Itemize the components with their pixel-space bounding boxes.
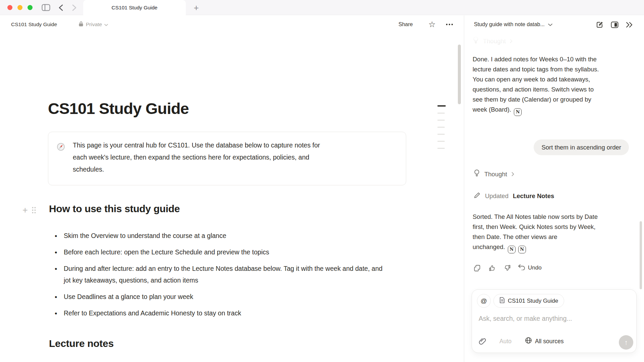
browser-tab[interactable]: CS101 Study Guide: [83, 0, 186, 15]
toggle-panel-icon[interactable]: [609, 20, 620, 29]
assistant-message: Done. I added notes for Weeks 0–10 with …: [473, 54, 599, 116]
table-of-contents-indicator[interactable]: [437, 105, 447, 155]
all-sources-label: All sources: [535, 338, 564, 345]
thought-toggle-faded[interactable]: Thought: [473, 36, 513, 46]
undo-button[interactable]: Undo: [518, 264, 542, 272]
close-window-button[interactable]: [7, 5, 12, 10]
thumbs-down-icon[interactable]: [503, 263, 512, 272]
bullet-list: Skim the Overview to understand the cour…: [48, 230, 387, 324]
zoom-window-button[interactable]: [28, 5, 33, 10]
section-heading-lecture-notes: Lecture notes: [49, 338, 114, 349]
main-scrollbar[interactable]: [458, 45, 461, 104]
toc-mark[interactable]: [437, 148, 445, 149]
chevron-right-icon: [510, 38, 513, 45]
all-sources-button[interactable]: All sources: [523, 336, 566, 346]
notion-page-badge[interactable]: N: [508, 246, 516, 253]
list-item: Before each lecture: open the Lecture Sc…: [48, 246, 387, 258]
list-item: Use Deadlines at a glance to plan your w…: [48, 291, 387, 303]
mention-button[interactable]: @: [477, 294, 491, 308]
tab-title: CS101 Study Guide: [111, 5, 157, 11]
context-chip[interactable]: CS101 Study Guide: [493, 294, 564, 308]
compass-emoji-icon: [56, 142, 65, 151]
toc-mark[interactable]: [437, 127, 445, 128]
minimize-window-button[interactable]: [17, 5, 22, 10]
ai-composer: @ CS101 Study Guide Ask, search, or make…: [472, 289, 637, 353]
new-tab-button[interactable]: +: [191, 2, 202, 13]
attachment-paperclip-icon[interactable]: [477, 336, 487, 346]
ai-panel-header: Study guide with note datab...: [464, 18, 644, 31]
globe-icon: [525, 337, 532, 346]
page-title: CS101 Study Guide: [48, 99, 189, 118]
thought-label: Thought: [484, 171, 507, 178]
message-actions: Undo: [473, 263, 542, 272]
send-button[interactable]: ↑: [619, 335, 633, 350]
user-message-bubble: Sort them in ascending order: [534, 139, 629, 155]
thought-label: Thought: [483, 38, 506, 45]
ai-thread-selector[interactable]: Study guide with note datab...: [473, 18, 554, 31]
list-item: Refer to Expectations and Academic Hones…: [48, 307, 387, 319]
notion-page-badge[interactable]: N: [514, 108, 522, 116]
section-heading-how-to-use: How to use this study guide: [49, 203, 180, 215]
updated-target: Lecture Notes: [513, 192, 554, 200]
toggle-sidebar-icon[interactable]: [40, 0, 52, 15]
copy-icon[interactable]: [473, 263, 481, 272]
toc-mark[interactable]: [437, 120, 445, 121]
notion-page-badge[interactable]: N: [518, 246, 526, 253]
panel-scrollbar[interactable]: [640, 221, 642, 289]
add-block-button[interactable]: +: [20, 205, 30, 215]
list-item: Skim the Overview to understand the cour…: [48, 230, 387, 242]
document-area: CS101 Study Guide Private Share ☆: [0, 15, 464, 362]
toc-mark[interactable]: [437, 113, 445, 114]
lightbulb-icon: [473, 36, 479, 46]
chevron-down-icon: [548, 21, 552, 27]
chevron-right-icon: [512, 171, 514, 178]
forward-icon[interactable]: [69, 0, 79, 15]
list-item: During and after lecture: add an entry t…: [48, 263, 387, 286]
toc-mark-active[interactable]: [437, 105, 446, 107]
ai-panel: Study guide with note datab...: [464, 15, 644, 362]
back-icon[interactable]: [56, 0, 66, 15]
new-chat-icon[interactable]: [594, 20, 605, 29]
ai-thread-title: Study guide with note datab...: [474, 21, 545, 27]
context-chip-label: CS101 Study Guide: [508, 298, 558, 304]
pencil-icon: [474, 192, 481, 200]
callout-block[interactable]: This page is your central hub for CS101.…: [48, 132, 406, 185]
auto-mode-button[interactable]: Auto: [497, 336, 514, 346]
app-window: CS101 Study Guide + CS101 Study Guide Pr…: [0, 0, 644, 362]
page-body: CS101 Study Guide This page is your ce: [0, 15, 464, 362]
assistant-message: Sorted. The All Notes table now sorts by…: [473, 212, 598, 253]
callout-text: This page is your central hub for CS101.…: [73, 139, 320, 175]
updated-label: Updated: [485, 192, 508, 200]
collapse-panel-chevrons-icon[interactable]: [624, 20, 635, 29]
thought-toggle[interactable]: Thought: [474, 169, 514, 179]
drag-handle-icon[interactable]: [30, 206, 38, 215]
thumbs-up-icon[interactable]: [488, 263, 496, 272]
undo-arrow-icon: [518, 264, 525, 272]
toc-mark[interactable]: [437, 141, 445, 142]
toc-mark[interactable]: [437, 134, 445, 135]
updated-database-row[interactable]: Updated Lecture Notes: [474, 192, 554, 200]
undo-label: Undo: [528, 264, 542, 271]
lightbulb-icon: [474, 169, 480, 179]
window-tab-bar: CS101 Study Guide +: [0, 0, 644, 15]
composer-input[interactable]: Ask, search, or make anything...: [479, 315, 626, 322]
document-icon: [499, 297, 505, 305]
